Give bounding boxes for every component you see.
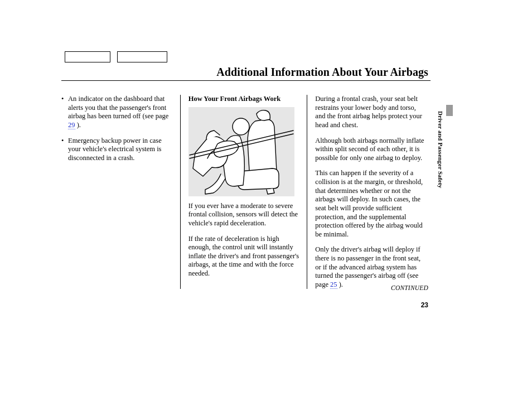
page-ref-link[interactable]: 29 xyxy=(68,121,75,129)
placeholder-box xyxy=(117,51,167,62)
body-paragraph: Only the driver's airbag will deploy if … xyxy=(315,245,426,289)
bullet-icon: • xyxy=(61,95,68,130)
text-columns: • An indicator on the dashboard that ale… xyxy=(61,95,426,296)
column-2: How Your Front Airbags Work xyxy=(186,95,305,296)
body-text: ). xyxy=(337,281,343,288)
column-rule xyxy=(180,95,181,289)
body-paragraph: If the rate of deceleration is high enou… xyxy=(188,235,299,278)
page-number: 23 xyxy=(421,301,428,309)
body-paragraph: Although both airbags normally inflate w… xyxy=(315,137,426,163)
body-text: An indicator on the dashboard that alert… xyxy=(68,95,168,120)
column-3: During a frontal crash, your seat belt r… xyxy=(313,95,426,296)
column-subheading: How Your Front Airbags Work xyxy=(188,95,299,104)
page-title: Additional Information About Your Airbag… xyxy=(216,66,428,79)
body-paragraph: During a frontal crash, your seat belt r… xyxy=(315,95,426,130)
body-text: ). xyxy=(75,121,81,129)
page-ref-link[interactable]: 25 xyxy=(330,281,337,289)
column-1: • An indicator on the dashboard that ale… xyxy=(61,95,178,296)
body-text: Emergency backup power in case your vehi… xyxy=(68,137,162,162)
body-paragraph: This can happen if the severity of a col… xyxy=(315,169,426,239)
bullet-icon: • xyxy=(61,137,68,163)
placeholder-box xyxy=(65,51,110,62)
column-rule xyxy=(307,95,307,289)
airbag-illustration xyxy=(188,107,294,196)
title-rule xyxy=(61,80,431,81)
body-paragraph: If you ever have a moderate to severe fr… xyxy=(188,202,299,228)
svg-point-0 xyxy=(233,118,249,135)
continued-label: CONTINUED xyxy=(391,284,428,291)
section-tab-marker xyxy=(446,105,453,116)
bullet-item: • An indicator on the dashboard that ale… xyxy=(61,95,172,130)
placeholder-boxes xyxy=(65,51,167,62)
manual-page: Additional Information About Your Airbag… xyxy=(0,0,532,396)
section-tab-label: Driver and Passenger Safety xyxy=(437,111,444,189)
bullet-item: • Emergency backup power in case your ve… xyxy=(61,137,172,163)
